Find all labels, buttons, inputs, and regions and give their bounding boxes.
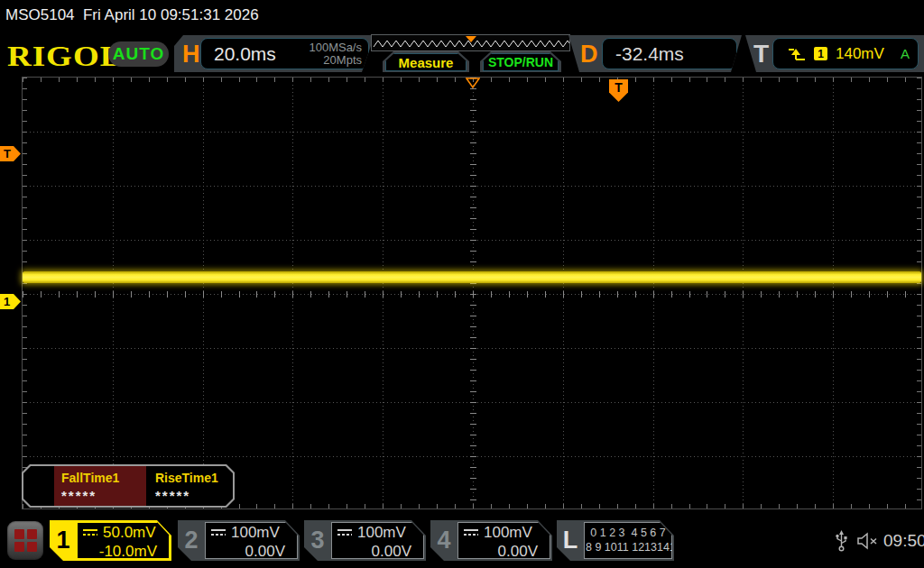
measurement-panel: FallTime1 ***** RiseTime1 ***** (22, 464, 235, 508)
model-and-datetime: MSO5104 Fri April 10 09:51:31 2026 (5, 6, 259, 24)
volts-per-div: 50.0mV (103, 524, 156, 542)
timebase-value: 20.0ms (214, 43, 276, 65)
menu-grid-button[interactable] (7, 521, 43, 560)
logic-row-1: 0 1 2 3 4 5 6 7 (586, 526, 670, 540)
rigol-logo: RIGOL (7, 39, 123, 73)
channel-number: 3 (304, 520, 331, 561)
trigger-settings-box[interactable]: T 1 140mV A (745, 35, 924, 72)
measurement-name: RiseTime1 (155, 471, 240, 485)
horizontal-label: H (182, 40, 200, 68)
channel4-tab[interactable]: 4 100mV 0.00V (430, 520, 552, 561)
channel-number: 4 (430, 520, 457, 561)
channel-number: 2 (178, 520, 205, 561)
channel-values: 100mV 0.00V (205, 522, 298, 559)
edge-ticks-left (23, 78, 27, 508)
horizontal-settings-box[interactable]: H 20.0ms 100MSa/s 20Mpts (174, 35, 374, 72)
channel1-offset-marker[interactable]: 1 (0, 294, 21, 309)
dc-coupling-icon (211, 529, 226, 537)
overview-position-caret-icon (466, 36, 476, 42)
stop-run-button[interactable]: STOP/RUN (480, 51, 561, 72)
delay-settings-box[interactable]: D -32.4ms (568, 35, 742, 72)
sample-rate-block: 100MSa/s 20Mpts (309, 41, 362, 67)
channel-offset: 0.00V (337, 543, 417, 561)
sample-rate: 100MSa/s (309, 41, 362, 54)
menu-grid-icon (14, 529, 37, 552)
measurement-risetime[interactable]: RiseTime1 ***** (148, 466, 240, 506)
channel-values: 100mV 0.00V (331, 522, 424, 559)
time-reference-triangle-icon (466, 78, 480, 88)
channel-values: 50.0mV -10.0mV (77, 522, 170, 559)
trigger-level-marker[interactable]: T (0, 146, 21, 161)
channel-number: 1 (50, 520, 77, 561)
rising-edge-icon (788, 47, 806, 61)
logic-channels: 0 1 2 3 4 5 6 7 8 9 1011 12131415 (584, 522, 672, 559)
trigger-level-value: 140mV (836, 45, 884, 63)
speaker-muted-icon (856, 532, 880, 550)
stop-run-button-label: STOP/RUN (488, 55, 553, 69)
dc-coupling-icon (464, 529, 478, 537)
delay-inset: -32.4ms (602, 38, 737, 69)
acquisition-mode-badge: AUTO (108, 41, 169, 67)
channel3-tab[interactable]: 3 100mV 0.00V (304, 520, 426, 561)
logic-analyzer-tab[interactable]: L 0 1 2 3 4 5 6 7 8 9 1011 12131415 (557, 520, 674, 561)
delay-label: D (580, 40, 598, 68)
horizontal-inset: 20.0ms 100MSa/s 20Mpts (200, 38, 369, 69)
measurement-name: FallTime1 (61, 471, 146, 485)
measurement-falltime[interactable]: FallTime1 ***** (54, 466, 146, 506)
memory-depth: 20Mpts (309, 54, 362, 67)
delay-value: -32.4ms (615, 43, 684, 65)
trigger-inset: 1 140mV A (772, 38, 919, 69)
logic-label: L (557, 520, 584, 561)
usb-icon (835, 529, 848, 553)
center-axis-ticks-horizontal (23, 291, 921, 298)
dc-coupling-icon (83, 529, 97, 537)
measure-button[interactable]: Measure (383, 51, 469, 72)
clock: 09:50 (883, 531, 924, 551)
waveform-display-area (22, 77, 922, 509)
channel-offset: -10.0mV (83, 543, 162, 561)
trigger-source-badge: 1 (814, 47, 827, 60)
waveform-overview-strip[interactable] (371, 34, 570, 51)
measurement-value: ***** (61, 488, 146, 503)
volts-per-div: 100mV (484, 524, 532, 542)
channel2-tab[interactable]: 2 100mV 0.00V (178, 520, 300, 561)
dc-coupling-icon (337, 529, 352, 537)
channel-offset: 0.00V (464, 543, 543, 561)
measurement-value: ***** (155, 488, 240, 503)
channel1-tab[interactable]: 1 50.0mV -10.0mV (50, 520, 171, 561)
channel-offset: 0.00V (211, 543, 291, 561)
logic-row-2: 8 9 1011 12131415 (586, 540, 670, 554)
channel-values: 100mV 0.00V (457, 522, 550, 559)
trigger-sweep-mode: A (901, 46, 910, 61)
channel1-trace (23, 271, 921, 283)
edge-ticks-right (917, 78, 921, 508)
volts-per-div: 100mV (231, 524, 280, 542)
measure-button-label: Measure (399, 55, 454, 70)
trigger-label: T (753, 40, 769, 69)
volts-per-div: 100mV (357, 524, 406, 542)
